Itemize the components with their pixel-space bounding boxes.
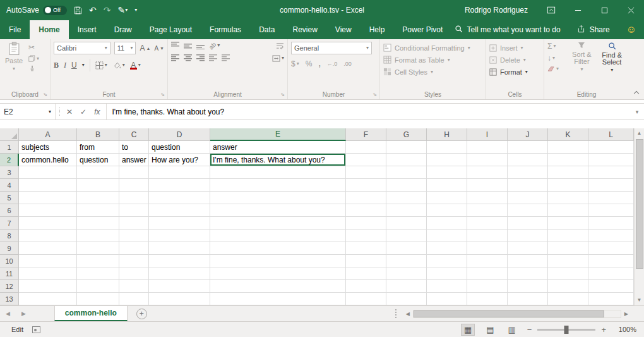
cell-K10[interactable]	[548, 255, 588, 267]
align-center-icon[interactable]	[184, 54, 192, 62]
cell-E4[interactable]	[210, 179, 346, 192]
cell-I7[interactable]	[467, 217, 508, 230]
autosave-switch[interactable]: Off	[43, 6, 67, 15]
number-dialog-launcher-icon[interactable]: ⇘	[373, 92, 377, 97]
cell-D9[interactable]	[149, 242, 210, 255]
minimize-button[interactable]	[564, 0, 591, 20]
cell-F12[interactable]	[346, 280, 386, 293]
cell-K7[interactable]	[548, 217, 588, 230]
cell-H12[interactable]	[427, 280, 467, 293]
cell-K13[interactable]	[548, 293, 588, 305]
cell-I4[interactable]	[467, 179, 508, 192]
scroll-up-icon[interactable]: ▲	[637, 128, 642, 138]
column-header-E[interactable]: E	[210, 128, 346, 141]
close-button[interactable]	[617, 0, 644, 20]
cell-C7[interactable]	[119, 217, 149, 230]
cell-I8[interactable]	[467, 230, 508, 242]
row-header-7[interactable]: 7	[0, 217, 19, 230]
user-name[interactable]: Rodrigo Rodriguez	[465, 6, 528, 15]
font-color-icon[interactable]: A ▾	[130, 61, 141, 70]
cell-E9[interactable]	[210, 242, 346, 255]
horizontal-scroll-track[interactable]	[413, 310, 621, 318]
cell-H1[interactable]	[427, 141, 467, 154]
cell-C6[interactable]	[119, 204, 149, 217]
cell-C3[interactable]	[119, 166, 149, 179]
cell-J3[interactable]	[508, 166, 548, 179]
cut-icon[interactable]: ✂	[28, 43, 39, 52]
cell-D13[interactable]	[149, 293, 210, 305]
cell-J4[interactable]	[508, 179, 548, 192]
tab-review[interactable]: Review	[283, 20, 326, 39]
row-header-10[interactable]: 10	[0, 255, 19, 267]
cell-L13[interactable]	[588, 293, 634, 305]
tab-power-pivot[interactable]: Power Pivot	[393, 20, 451, 39]
feedback-smiley-icon[interactable]: ☺	[626, 24, 636, 35]
cell-D7[interactable]	[149, 217, 210, 230]
increase-decimal-icon[interactable]: ←.0	[327, 61, 338, 67]
cell-L5[interactable]	[588, 192, 634, 204]
currency-format-icon[interactable]: $▾	[291, 59, 299, 68]
cell-J10[interactable]	[508, 255, 548, 267]
cell-L1[interactable]	[588, 141, 634, 154]
cell-C5[interactable]	[119, 192, 149, 204]
cell-B2[interactable]: question	[77, 154, 119, 166]
cell-L9[interactable]	[588, 242, 634, 255]
formula-input[interactable]: I'm fine, thanks. What about you?	[107, 104, 630, 119]
cell-G11[interactable]	[386, 267, 427, 280]
cell-D1[interactable]: question	[149, 141, 210, 154]
cell-E12[interactable]	[210, 280, 346, 293]
row-header-11[interactable]: 11	[0, 267, 19, 280]
cell-C13[interactable]	[119, 293, 149, 305]
cell-G1[interactable]	[386, 141, 427, 154]
expand-formula-bar-icon[interactable]: ▾	[630, 104, 644, 119]
cell-L3[interactable]	[588, 166, 634, 179]
cell-F5[interactable]	[346, 192, 386, 204]
cell-K1[interactable]	[548, 141, 588, 154]
tab-draw[interactable]: Draw	[105, 20, 141, 39]
cell-J11[interactable]	[508, 267, 548, 280]
align-top-icon[interactable]	[171, 42, 179, 49]
cell-H9[interactable]	[427, 242, 467, 255]
cell-E11[interactable]	[210, 267, 346, 280]
cell-C4[interactable]	[119, 179, 149, 192]
cell-F11[interactable]	[346, 267, 386, 280]
cell-F7[interactable]	[346, 217, 386, 230]
cell-H2[interactable]	[427, 154, 467, 166]
cell-F10[interactable]	[346, 255, 386, 267]
cell-D11[interactable]	[149, 267, 210, 280]
tab-help[interactable]: Help	[361, 20, 394, 39]
confirm-entry-icon[interactable]: ✓	[80, 107, 86, 116]
cell-A13[interactable]	[19, 293, 77, 305]
row-header-6[interactable]: 6	[0, 204, 19, 217]
delete-cells-button[interactable]: Delete ▾	[489, 54, 540, 66]
tab-scrollbar-splitter[interactable]	[395, 309, 398, 318]
name-box-dropdown-icon[interactable]: ▾	[49, 109, 51, 114]
paste-button[interactable]: Paste ▾	[3, 42, 25, 71]
cell-K6[interactable]	[548, 204, 588, 217]
cell-D10[interactable]	[149, 255, 210, 267]
redo-icon[interactable]: ↷	[104, 5, 111, 15]
cell-C1[interactable]: to	[119, 141, 149, 154]
cell-H3[interactable]	[427, 166, 467, 179]
cell-L12[interactable]	[588, 280, 634, 293]
wrap-text-icon[interactable]	[276, 42, 284, 49]
column-header-B[interactable]: B	[77, 128, 119, 141]
cell-A3[interactable]	[19, 166, 77, 179]
cell-F4[interactable]	[346, 179, 386, 192]
cell-H11[interactable]	[427, 267, 467, 280]
zoom-in-icon[interactable]: +	[601, 325, 606, 334]
cell-K9[interactable]	[548, 242, 588, 255]
cell-E10[interactable]	[210, 255, 346, 267]
cell-L6[interactable]	[588, 204, 634, 217]
underline-dropdown-icon[interactable]: ▾	[82, 63, 85, 68]
zoom-slider[interactable]	[537, 329, 595, 331]
cell-G8[interactable]	[386, 230, 427, 242]
cell-K5[interactable]	[548, 192, 588, 204]
zoom-level[interactable]: 100%	[615, 326, 636, 333]
cell-I10[interactable]	[467, 255, 508, 267]
cell-J1[interactable]	[508, 141, 548, 154]
cell-L4[interactable]	[588, 179, 634, 192]
column-header-D[interactable]: D	[149, 128, 210, 141]
percent-format-icon[interactable]: %	[306, 59, 313, 68]
conditional-formatting-button[interactable]: Conditional Formatting ▾	[383, 42, 482, 54]
